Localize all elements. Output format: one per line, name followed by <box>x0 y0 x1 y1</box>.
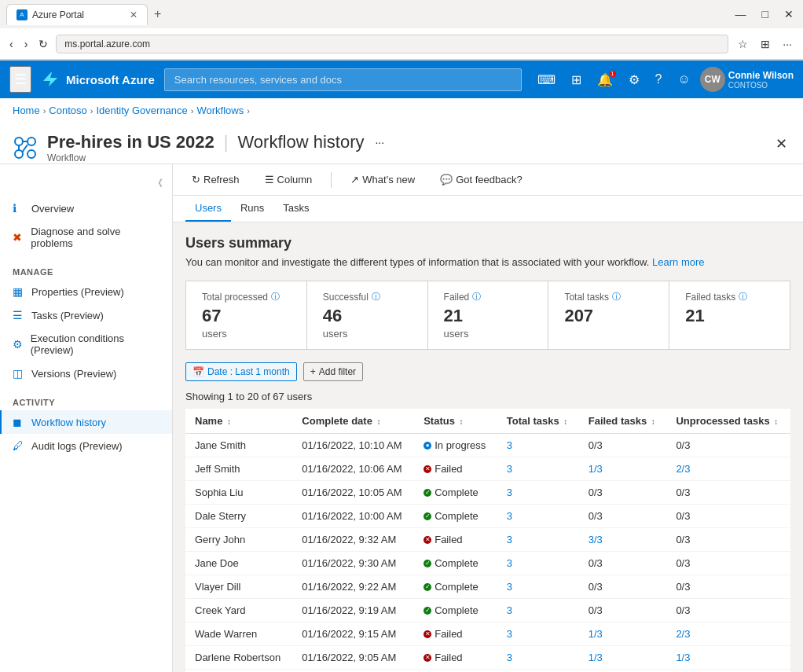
summary-card-label: Successful ⓘ <box>323 291 412 303</box>
favorites-button[interactable]: ☆ <box>733 35 753 53</box>
info-icon[interactable]: ⓘ <box>271 291 280 303</box>
failed-tasks-link[interactable]: 3/3 <box>588 534 603 545</box>
unprocessed-tasks-value: 0/3 <box>676 604 690 616</box>
refresh-button[interactable]: ↻ Refresh <box>185 171 246 189</box>
total-tasks-link[interactable]: 3 <box>507 487 512 498</box>
col-unprocessed-tasks[interactable]: Unprocessed tasks ↕ <box>666 409 790 434</box>
col-total-tasks[interactable]: Total tasks ↕ <box>497 409 579 434</box>
total-tasks-link[interactable]: 3 <box>507 439 512 451</box>
breadcrumb-contoso[interactable]: Contoso <box>49 105 86 116</box>
col-status[interactable]: Status ↕ <box>414 409 497 434</box>
sidebar-item-diagnose[interactable]: ✖ Diagnose and solve problems <box>0 220 172 255</box>
total-tasks-link[interactable]: 3 <box>507 604 512 616</box>
failed-tasks-link[interactable]: 1/3 <box>588 628 603 640</box>
failed-tasks-link[interactable]: 1/3 <box>588 652 603 663</box>
whats-new-button[interactable]: ↗ What's new <box>344 171 421 189</box>
maximize-button[interactable]: □ <box>759 5 772 24</box>
sidebar-item-workflow-history[interactable]: ◼ Workflow history <box>0 410 172 434</box>
failed-tasks-link[interactable]: 1/3 <box>588 463 603 475</box>
unprocessed-tasks-link[interactable]: 2/3 <box>676 628 690 640</box>
help-button[interactable]: ? <box>649 68 669 91</box>
sidebar-workflow-history-label: Workflow history <box>31 417 106 428</box>
user-avatar[interactable]: CW <box>700 67 725 92</box>
table-row: Jeff Smith 01/16/2022, 10:06 AM ✕ Failed… <box>185 457 790 481</box>
cloud-shell-button[interactable]: ⌨ <box>531 68 562 92</box>
unprocessed-tasks-link[interactable]: 1/3 <box>676 652 690 663</box>
refresh-icon: ↻ <box>192 174 200 185</box>
tab-users[interactable]: Users <box>185 196 231 222</box>
sidebar-item-properties[interactable]: ▦ Properties (Preview) <box>0 280 172 303</box>
sidebar-overview-label: Overview <box>31 203 74 215</box>
page-label: Workflow <box>47 152 389 163</box>
close-tab-button[interactable]: ✕ <box>130 9 138 20</box>
more-button[interactable]: ··· <box>778 35 797 53</box>
add-filter-button[interactable]: + Add filter <box>303 362 363 381</box>
page-subtitle: Workflow history <box>238 132 365 152</box>
back-button[interactable]: ‹ <box>6 35 16 53</box>
user-info[interactable]: Connie Wilson CONTOSO <box>728 70 794 90</box>
breadcrumb-workflows[interactable]: Workflows <box>196 105 244 116</box>
sidebar-item-execution[interactable]: ⚙ Execution conditions (Preview) <box>0 327 172 362</box>
forward-button[interactable]: › <box>21 35 31 53</box>
sidebar-item-overview[interactable]: ℹ Overview <box>0 196 172 220</box>
total-tasks-link[interactable]: 3 <box>507 628 512 640</box>
new-tab-button[interactable]: + <box>148 7 167 21</box>
browser-tab[interactable]: A Azure Portal ✕ <box>6 4 148 25</box>
feedback-button[interactable]: 💬 Got feedback? <box>434 171 529 189</box>
learn-more-link[interactable]: Learn more <box>652 256 704 268</box>
sidebar-collapse-button[interactable]: 《 <box>150 174 166 193</box>
summary-card-value: 21 <box>685 306 774 326</box>
failed-tasks-value: 0/3 <box>588 581 603 593</box>
minimize-button[interactable]: — <box>732 5 750 24</box>
cell-failed: 0/3 <box>579 481 667 505</box>
col-name[interactable]: Name ↕ <box>185 409 292 434</box>
total-tasks-link[interactable]: 3 <box>507 652 512 663</box>
col-complete-date[interactable]: Complete date ↕ <box>292 409 414 434</box>
refresh-button[interactable]: ↻ <box>35 35 51 53</box>
cell-status: ✓ Complete <box>414 481 497 505</box>
total-tasks-link[interactable]: 3 <box>507 534 512 545</box>
breadcrumb-sep-2: › <box>90 106 94 116</box>
summary-cards: Total processed ⓘ 67 users Successful ⓘ … <box>185 281 790 350</box>
cell-status: ● In progress <box>414 434 497 457</box>
hamburger-menu[interactable]: ☰ <box>9 66 31 93</box>
address-bar[interactable] <box>56 35 728 53</box>
info-icon[interactable]: ⓘ <box>372 291 380 303</box>
notifications-button[interactable]: 🔔 1 <box>591 68 619 92</box>
unprocessed-tasks-link[interactable]: 2/3 <box>676 463 690 475</box>
info-icon[interactable]: ⓘ <box>472 291 481 303</box>
info-icon[interactable]: ⓘ <box>739 291 747 303</box>
total-tasks-link[interactable]: 3 <box>507 557 512 569</box>
breadcrumb-identity[interactable]: Identity Governance <box>96 105 187 116</box>
sidebar-item-audit-logs[interactable]: 🖊 Audit logs (Preview) <box>0 434 172 457</box>
page-title-section: Pre-hires in US 2022 | Workflow history … <box>47 132 389 163</box>
total-tasks-link[interactable]: 3 <box>507 463 512 475</box>
info-icon[interactable]: ⓘ <box>612 291 621 303</box>
directory-button[interactable]: ⊞ <box>565 68 588 92</box>
tab-runs[interactable]: Runs <box>231 196 273 222</box>
column-button[interactable]: ☰ Column <box>258 171 319 189</box>
sidebar-item-tasks[interactable]: ☰ Tasks (Preview) <box>0 303 172 327</box>
table-row: Darlene Robertson 01/16/2022, 9:05 AM ✕ … <box>185 646 790 670</box>
total-tasks-link[interactable]: 3 <box>507 581 512 593</box>
col-failed-tasks[interactable]: Failed tasks ↕ <box>579 409 667 434</box>
tab-tasks[interactable]: Tasks <box>273 196 318 222</box>
settings-button[interactable]: ⚙ <box>622 68 646 92</box>
window-close-button[interactable]: ✕ <box>781 5 797 24</box>
feedback-button[interactable]: ☺ <box>671 68 696 91</box>
browser-titlebar: A Azure Portal ✕ + — □ ✕ <box>0 0 803 28</box>
cell-date: 01/16/2022, 10:05 AM <box>292 481 414 505</box>
sidebar-item-versions[interactable]: ◫ Versions (Preview) <box>0 362 172 385</box>
date-filter-tag[interactable]: 📅 Date : Last 1 month <box>185 362 297 381</box>
breadcrumb-home[interactable]: Home <box>13 105 40 116</box>
cell-failed: 1/3 <box>579 670 667 673</box>
cell-total: 3 <box>497 670 579 673</box>
page-header-left: Pre-hires in US 2022 | Workflow history … <box>13 132 389 163</box>
section-title: Users summary <box>185 235 790 252</box>
total-tasks-link[interactable]: 3 <box>507 510 512 522</box>
collections-button[interactable]: ⊞ <box>756 35 775 53</box>
azure-search-input[interactable] <box>164 68 522 91</box>
page-close-button[interactable]: ✕ <box>772 132 790 156</box>
page-ellipsis-button[interactable]: ··· <box>370 134 389 150</box>
cell-date: 01/16/2022, 9:05 AM <box>292 646 414 670</box>
